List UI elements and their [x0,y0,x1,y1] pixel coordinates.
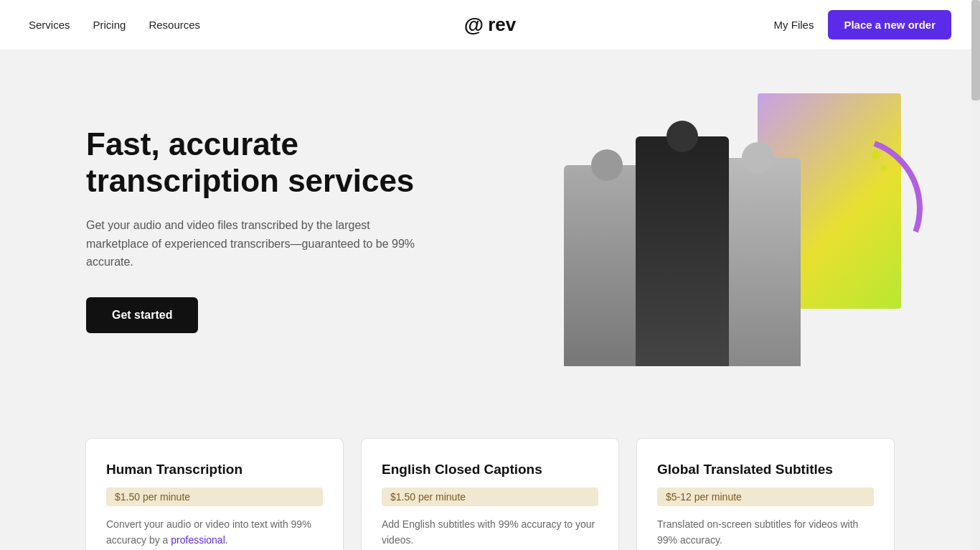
hero-section: Fast, accurate transcription services Ge… [0,50,980,409]
hero-subtitle: Get your audio and video files transcrib… [86,216,430,271]
card-1-title: Human Transcription [106,462,323,477]
card-1-description: Convert your audio or video into text wi… [106,516,323,549]
hero-text-block: Fast, accurate transcription services Ge… [86,126,459,333]
card-human-transcription: Human Transcription $1.50 per minute Con… [85,438,344,550]
person-2-head [666,121,698,152]
card-2-title: English Closed Captions [382,462,598,477]
person-2 [636,136,729,366]
card-3-title: Global Translated Subtitles [657,462,874,477]
nav-pricing[interactable]: Pricing [93,19,126,31]
nav-services[interactable]: Services [29,19,70,31]
place-new-order-button[interactable]: Place a new order [828,10,951,39]
dot-yellow-small [871,151,880,159]
card-2-price: $1.50 per minute [382,488,598,506]
navbar: Services Pricing Resources @ rev My File… [0,0,980,50]
hero-title: Fast, accurate transcription services [86,126,459,199]
dot-yellow-tiny [881,165,887,171]
card-3-description: Translated on-screen subtitles for video… [657,516,874,549]
site-logo[interactable]: @ rev [464,14,516,37]
person-1-head [591,149,623,181]
nav-resources[interactable]: Resources [149,19,200,31]
my-files-button[interactable]: My Files [774,19,814,31]
card-global-subtitles: Global Translated Subtitles $5-12 per mi… [636,438,895,550]
people-illustration [564,136,801,366]
card-2-description: Add English subtitles with 99% accuracy … [382,516,598,549]
scrollbar-thumb[interactable] [971,0,980,101]
person-3-head [742,142,773,174]
card-1-price: $1.50 per minute [106,488,323,506]
logo-text: rev [488,14,516,36]
get-started-button[interactable]: Get started [86,297,198,333]
logo-at-symbol: @ [464,14,484,37]
scrollbar-track[interactable] [971,0,980,550]
card-1-link[interactable]: professional [171,534,225,546]
card-3-price: $5-12 per minute [657,488,874,506]
nav-right: My Files Place a new order [774,10,951,39]
card-english-captions: English Closed Captions $1.50 per minute… [361,438,619,550]
nav-links-left: Services Pricing Resources [29,19,200,31]
hero-image-area [550,93,923,366]
cards-section: Human Transcription $1.50 per minute Con… [0,409,980,550]
